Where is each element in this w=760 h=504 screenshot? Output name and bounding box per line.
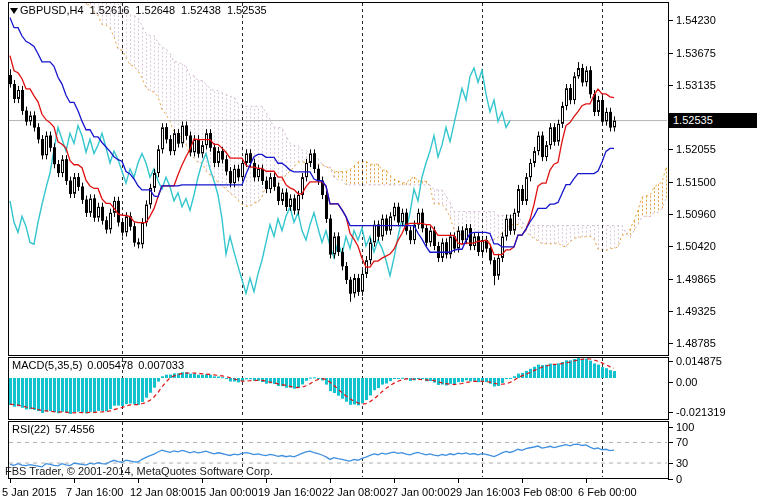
- open-value: 1.52616: [90, 4, 130, 16]
- time-label: 15 Jan 00:00: [194, 486, 258, 498]
- rsi-tick-label: 0: [676, 473, 682, 485]
- macd-indicator-name: MACD(5,35,5): [12, 359, 82, 371]
- price-tick-label: 1.52055: [676, 143, 716, 155]
- time-label: 19 Jan 16:00: [258, 486, 322, 498]
- time-label: 3 Feb 08:00: [514, 486, 573, 498]
- dropdown-arrow-icon: [10, 8, 18, 14]
- time-label: 7 Jan 16:00: [66, 486, 124, 498]
- price-tick-label: 1.54230: [676, 14, 716, 26]
- symbol-ohlc-readout: GBPUSD,H41.526161.526481.524381.52535: [20, 4, 273, 16]
- rsi-value: 57.4556: [55, 423, 95, 435]
- price-tick-label: 1.49865: [676, 273, 716, 285]
- rsi-tick-label: 100: [676, 421, 694, 433]
- price-tick-label: 1.51500: [676, 176, 716, 188]
- copyright-text: FBS Trader, © 2001-2014, MetaQuotes Soft…: [5, 465, 273, 477]
- price-tick-label: 1.53675: [676, 47, 716, 59]
- rsi-indicator-name: RSI(22): [12, 423, 50, 435]
- time-label: 5 Jan 2015: [2, 486, 56, 498]
- symbol-label: GBPUSD,H4: [20, 4, 84, 16]
- rsi-tick-label: 70: [676, 436, 688, 448]
- macd-signal-value: 0.007033: [138, 359, 184, 371]
- low-value: 1.52438: [181, 4, 221, 16]
- macd-tick-label: -0.021319: [676, 406, 726, 418]
- chart-canvas[interactable]: [0, 0, 760, 504]
- high-value: 1.52648: [135, 4, 175, 16]
- time-label: 27 Jan 00:00: [386, 486, 450, 498]
- chart-window: GBPUSD,H41.526161.526481.524381.52535 MA…: [0, 0, 760, 504]
- price-tick-label: 1.50420: [676, 240, 716, 252]
- price-tick-label: 1.49325: [676, 305, 716, 317]
- current-price-flag: 1.52535: [669, 113, 757, 128]
- time-label: 12 Jan 08:00: [130, 486, 194, 498]
- rsi-tick-label: 30: [676, 457, 688, 469]
- macd-tick-label: 0.00: [676, 376, 697, 388]
- macd-label: MACD(5,35,5)0.0054780.007033: [12, 359, 189, 371]
- time-label: 6 Feb 00:00: [578, 486, 637, 498]
- rsi-label: RSI(22)57.4556: [12, 423, 100, 435]
- price-tick-label: 1.48785: [676, 337, 716, 349]
- time-label: 29 Jan 16:00: [450, 486, 514, 498]
- price-tick-label: 1.50960: [676, 208, 716, 220]
- macd-tick-label: 0.014875: [676, 355, 722, 367]
- price-tick-label: 1.53135: [676, 79, 716, 91]
- time-label: 22 Jan 08:00: [322, 486, 386, 498]
- macd-main-value: 0.005478: [87, 359, 133, 371]
- close-value: 1.52535: [227, 4, 267, 16]
